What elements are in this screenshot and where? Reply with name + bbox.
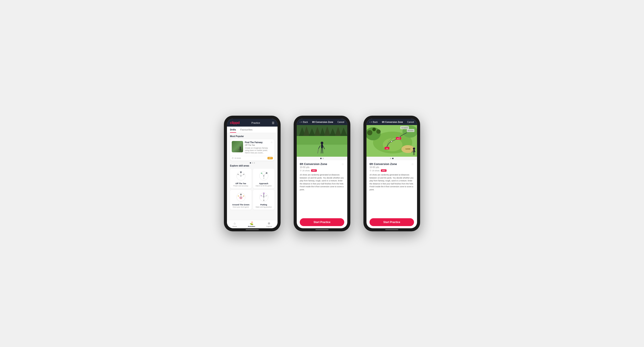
menu-icon[interactable]: ☰	[272, 121, 274, 125]
golfer-silhouette-icon	[239, 147, 242, 151]
drill-shots: ⏱ 10 shots	[232, 157, 241, 159]
svg-point-16	[266, 173, 267, 174]
drill-description: 20 shots are randomly generated at dista…	[370, 174, 414, 191]
svg-point-65	[376, 129, 381, 134]
drill-footer: ⏱ 10 shots OTT	[230, 156, 274, 161]
home-icon: ⌂	[234, 221, 236, 225]
phone-1: clippd Practice ☰ Drills Favourites Most…	[224, 116, 280, 231]
svg-line-5	[240, 150, 241, 151]
svg-point-37	[266, 195, 267, 196]
phone-2: ‹ < Back 6ft Conversion Zone Cancel	[294, 116, 350, 231]
drill-badge: OTT	[268, 157, 273, 159]
nav-capture[interactable]: ⊕ Capture	[266, 221, 272, 227]
drill-title-row: 6ft Conversion Zone 10-50 yds ☆	[370, 162, 414, 168]
svg-point-64	[372, 128, 376, 131]
carousel-dots	[230, 162, 274, 163]
drill-info: Find The Fairway Off The Tee ☆ Create an…	[245, 141, 273, 154]
off-the-tee-icon	[236, 170, 246, 181]
golf-map-bg: Hit Miss SAND BUNKER ROUGH	[366, 125, 417, 157]
dot-1	[250, 162, 251, 163]
phone-3-screen: ‹ < Back 6ft Conversion Zone Cancel	[366, 119, 417, 228]
drill-range: 10-50 yds	[370, 166, 397, 168]
drill-range: 10-50 yds	[300, 166, 327, 168]
phone-2-header: ‹ < Back 6ft Conversion Zone Cancel	[297, 119, 347, 125]
shots-row: ⏱ 20 shots ARG	[370, 169, 414, 172]
tabs-bar: Drills Favourites	[227, 127, 278, 133]
favourite-star-icon[interactable]: ☆	[342, 162, 344, 166]
tab-favourites[interactable]: Favourites	[240, 127, 253, 133]
svg-text:SAND: SAND	[406, 148, 410, 150]
svg-point-27	[238, 196, 239, 196]
svg-line-2	[239, 149, 240, 150]
drill-subtitle: Off The Tee	[245, 144, 263, 146]
svg-point-18	[263, 178, 264, 179]
golf-map-svg: Hit Miss SAND BUNKER ROUGH	[366, 125, 417, 157]
capture-icon: ⊕	[268, 221, 270, 225]
nav-home-label: Home	[232, 225, 237, 227]
skill-card-ott[interactable]: Off The Tee Power and accuracy	[230, 169, 252, 189]
skill-card-putting[interactable]: Putting Make and lag practice	[253, 190, 274, 210]
favourite-star-icon[interactable]: ☆	[270, 141, 273, 144]
svg-point-35	[261, 195, 262, 196]
svg-line-3	[241, 149, 241, 150]
drill-badge: ARG	[311, 169, 317, 172]
svg-point-83	[399, 137, 400, 138]
start-practice-button[interactable]: Start Practice	[370, 218, 414, 226]
phone-1-screen: clippd Practice ☰ Drills Favourites Most…	[227, 119, 278, 228]
drill-description: Create an imaginary fairway using trees …	[245, 147, 273, 154]
phones-container: clippd Practice ☰ Drills Favourites Most…	[224, 116, 420, 231]
most-popular-label: Most Popular	[230, 135, 274, 138]
svg-point-0	[240, 147, 241, 148]
putting-icon-area	[258, 192, 269, 203]
atg-icon-area	[236, 192, 246, 203]
dot-2	[252, 162, 253, 163]
chevron-left-icon: ‹	[370, 121, 370, 123]
chevron-left-icon: ‹	[300, 121, 300, 123]
home-indicator	[316, 229, 328, 230]
approach-name: Approach	[255, 182, 273, 185]
svg-point-23	[240, 194, 241, 195]
svg-point-17	[261, 173, 262, 174]
img-dot-1	[390, 158, 391, 159]
svg-line-36	[264, 196, 266, 197]
svg-point-31	[263, 193, 264, 194]
svg-rect-52	[321, 144, 323, 148]
drill-badge: ARG	[381, 169, 386, 172]
back-button[interactable]: ‹ < Back	[370, 121, 378, 123]
start-practice-button[interactable]: Start Practice	[300, 218, 344, 226]
svg-text:ROUGH: ROUGH	[408, 130, 413, 131]
nav-activities[interactable]: ⛳ Activities	[248, 221, 255, 227]
back-button[interactable]: ‹ < Back	[300, 121, 308, 123]
favourite-star-icon[interactable]: ☆	[411, 162, 414, 166]
drill-thumb-image	[232, 141, 243, 152]
tab-drills[interactable]: Drills	[230, 127, 236, 133]
around-the-green-icon	[236, 192, 246, 203]
svg-line-80	[413, 152, 414, 155]
home-indicator	[385, 229, 398, 230]
header-title: Practice	[251, 122, 260, 124]
ott-name: Off The Tee	[232, 182, 250, 185]
shots-row: ⏱ 20 shots ARG	[300, 169, 344, 172]
putting-icon	[258, 192, 269, 203]
phone-2-header-title: 6ft Conversion Zone	[312, 121, 333, 123]
drill-title: 6ft Conversion Zone	[370, 162, 397, 166]
nav-capture-label: Capture	[266, 225, 272, 227]
img-dot-2	[392, 158, 394, 159]
phone-1-body: Most Popular	[227, 133, 278, 220]
clock-icon: ⏱	[370, 170, 372, 172]
svg-line-4	[240, 150, 240, 151]
svg-text:BUNKER: BUNKER	[401, 127, 408, 129]
nav-home[interactable]: ⌂ Home	[232, 221, 237, 227]
drill-description: 20 shots are randomly generated at dista…	[300, 174, 344, 191]
drill-map: Hit Miss SAND BUNKER ROUGH	[366, 125, 417, 157]
featured-drill-card[interactable]: Find The Fairway Off The Tee ☆ Create an…	[230, 139, 274, 161]
skill-card-approach[interactable]: Approach Dial-in to hit the green	[253, 169, 274, 189]
cancel-button[interactable]: Cancel	[407, 121, 414, 123]
dot-3	[254, 162, 255, 163]
bottom-nav: ⌂ Home ⛳ Activities ⊕ Capture	[227, 220, 278, 228]
cancel-button[interactable]: Cancel	[338, 121, 344, 123]
clock-icon: ⏱	[232, 157, 234, 159]
svg-text:Hit: Hit	[386, 148, 388, 149]
drill-name: Find The Fairway	[245, 141, 263, 144]
skill-card-atg[interactable]: Around The Green Hone your short game	[230, 190, 252, 210]
